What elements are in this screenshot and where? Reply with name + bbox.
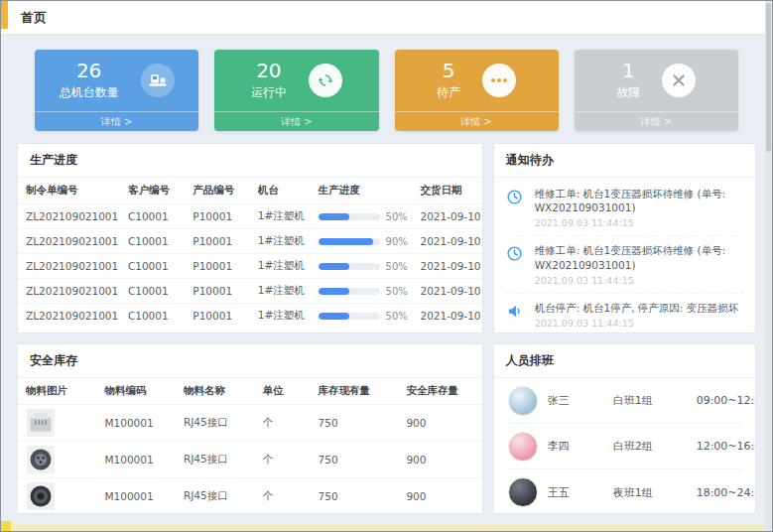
col-material-image: 物料图片 (18, 378, 96, 405)
clock-icon (506, 187, 526, 228)
col-progress: 生产进度 (311, 178, 413, 204)
stat-card-fault[interactable]: 1 故障 详情 > (575, 50, 738, 131)
cell-safety-stock: 900 (398, 405, 481, 442)
table-row: ZL202109021001 C10001 P10001 1#注塑机 50% 2… (18, 204, 482, 229)
notices-panel: 通知待办 维修工单: 机台1变压器损坏待维修 (单号: WX2021090310… (493, 143, 756, 333)
detail-link-fault[interactable]: 详情 > (575, 111, 738, 131)
cell-material-name: RJ45接口 (176, 442, 254, 478)
progress-label: 90% (386, 236, 408, 247)
inventory-header-row: 物料图片 物料编码 物料名称 单位 库存现有量 安全库存量 (18, 378, 482, 405)
safety-stock-panel: 安全库存 物料图片 物料编码 物料名称 单位 库存现有量 安全库存量 (17, 343, 483, 514)
page-title: 首页 (21, 9, 47, 27)
machine-icon (141, 64, 175, 97)
notice-time: 2021.09.03 11:44:15 (535, 217, 743, 228)
progress-label: 50% (386, 311, 408, 322)
dashboard-grid: 生产进度 制令单编号 客户编号 产品编号 机台 生产进度 交货日期 ZL2021… (1, 141, 772, 514)
stat-label-running: 运行中 (251, 84, 287, 101)
cell-safety-stock: 900 (398, 442, 481, 478)
stat-value-running: 20 (251, 60, 287, 81)
notice-item[interactable]: 机台停产: 机台1停产, 停产原因: 变压器损坏 2021.09.03 11:4… (506, 294, 743, 332)
col-customer: 客户编号 (120, 178, 185, 204)
progress-bar: 50% (319, 211, 405, 222)
stat-card-body: 1 故障 (575, 50, 738, 111)
progress-bar: 50% (319, 286, 405, 297)
cell-date: 2021-09-10 (412, 304, 481, 329)
fault-icon (662, 64, 696, 97)
notice-text: 维修工单: 机台1变压器损坏待维修 (单号: WX202109031001) (535, 243, 743, 271)
cell-order: ZL202109021001 (18, 204, 120, 229)
avatar (508, 386, 538, 416)
scrollbar-thumb[interactable] (766, 3, 771, 152)
cell-safety-stock: 900 (398, 478, 481, 515)
col-material-code: 物料编码 (96, 378, 175, 405)
table-row: ZL202109021001 C10001 P10001 1#注塑机 90% 2… (18, 229, 482, 254)
staffing-panel-title: 人员排班 (494, 344, 755, 378)
page-header: 首页 (1, 1, 772, 35)
staff-time: 09:00~12:00 (697, 394, 755, 407)
col-date: 交货日期 (412, 178, 481, 204)
staff-name: 张三 (548, 393, 613, 408)
inventory-table: 物料图片 物料编码 物料名称 单位 库存现有量 安全库存量 M100001 RJ… (18, 378, 482, 514)
stat-card-running[interactable]: 20 运行中 详情 > (214, 50, 378, 131)
notice-time: 2021.09.03 11:44:15 (535, 275, 743, 286)
cell-customer: C10001 (120, 279, 185, 304)
cell-date: 2021-09-10 (412, 254, 481, 279)
production-panel-title: 生产进度 (18, 144, 482, 178)
stat-label-fault: 故障 (616, 84, 640, 101)
detail-link-running[interactable]: 详情 > (214, 111, 378, 131)
notice-item[interactable]: 维修工单: 机台1变压器损坏待维修 (单号: WX202109031001) 2… (506, 180, 743, 236)
detail-link-waiting[interactable]: 详情 > (395, 111, 559, 131)
notice-item[interactable]: 维修工单: 机台1变压器损坏待维修 (单号: WX202109031001) 2… (506, 236, 743, 293)
stat-cards-row: 26 总机台数量 详情 > 20 运行中 详情 > 5 待产 (1, 35, 772, 141)
cell-date: 2021-09-10 (412, 229, 481, 254)
staffing-panel: 人员排班 张三 白班1组 09:00~12:00 李四 白班2组 12:00~1… (493, 343, 756, 514)
clock-icon (506, 243, 526, 285)
bottom-corner-accent (1, 521, 11, 531)
table-row: ZL202109021001 C10001 P10001 1#注塑机 50% 2… (18, 279, 482, 304)
cell-product: P10001 (185, 304, 249, 329)
corner-accent (1, 1, 8, 29)
stat-card-total-machines[interactable]: 26 总机台数量 详情 > (35, 50, 198, 131)
stat-card-waiting[interactable]: 5 待产 详情 > (395, 50, 559, 131)
bottom-strip (11, 524, 764, 531)
stat-card-body: 26 总机台数量 (35, 50, 198, 111)
cell-current-stock: 750 (311, 405, 399, 442)
table-row: M100001 RJ45接口 个 750 900 (18, 442, 482, 478)
col-safety-stock: 安全库存量 (398, 378, 481, 405)
col-machine: 机台 (250, 178, 311, 204)
rj45-photo (26, 409, 56, 437)
cell-product: P10001 (185, 229, 249, 254)
staff-name: 王五 (548, 485, 613, 500)
cell-unit: 个 (254, 405, 310, 442)
stat-card-body: 20 运行中 (214, 50, 378, 111)
staff-row: 王五 夜班1组 18:00~24:00 (508, 469, 741, 513)
col-unit: 单位 (254, 378, 310, 405)
cell-product: P10001 (185, 279, 249, 304)
table-row: ZL202109021001 C10001 P10001 1#注塑机 50% 2… (18, 254, 482, 279)
vertical-scrollbar[interactable] (765, 1, 772, 531)
cell-machine: 1#注塑机 (250, 204, 311, 229)
cell-customer: C10001 (120, 229, 185, 254)
cell-product: P10001 (185, 204, 249, 229)
col-material-name: 物料名称 (176, 378, 254, 405)
stat-value-total: 26 (60, 60, 119, 81)
cell-product: P10001 (185, 254, 249, 279)
staff-shift: 夜班1组 (613, 485, 697, 500)
safety-stock-panel-title: 安全库存 (18, 344, 482, 378)
detail-link-total[interactable]: 详情 > (35, 111, 198, 131)
notice-time: 2021.09.03 11:44:15 (535, 318, 739, 329)
cell-machine: 1#注塑机 (250, 279, 311, 304)
progress-bar: 50% (319, 311, 405, 322)
cell-unit: 个 (254, 442, 310, 478)
stat-label-waiting: 待产 (437, 84, 460, 101)
cell-order: ZL202109021001 (18, 254, 120, 279)
table-row: M100001 RJ45接口 个 750 900 (18, 478, 482, 515)
connector-photo (26, 446, 56, 473)
cell-customer: C10001 (120, 304, 185, 329)
stat-label-total: 总机台数量 (60, 84, 119, 101)
cell-machine: 1#注塑机 (250, 229, 311, 254)
table-row: M100001 RJ45接口 个 750 900 (18, 405, 482, 442)
cell-material-name: RJ45接口 (176, 405, 254, 442)
staff-shift: 白班2组 (613, 439, 697, 454)
cell-current-stock: 750 (311, 442, 399, 478)
